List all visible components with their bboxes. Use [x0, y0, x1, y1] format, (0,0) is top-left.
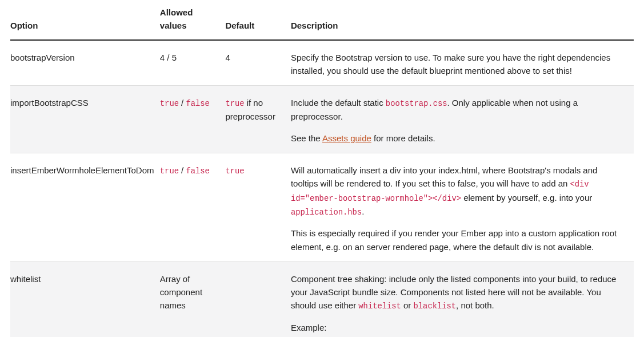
cell-allowed: true / false: [160, 86, 226, 153]
desc-paragraph: Will automatically insert a div into you…: [291, 164, 626, 219]
assets-guide-link[interactable]: Assets guide: [322, 133, 371, 143]
cell-default: 4: [225, 40, 291, 86]
col-option: Option: [10, 0, 160, 40]
code-value: false: [186, 100, 209, 108]
cell-option: insertEmberWormholeElementToDom: [10, 153, 160, 261]
table-header-row: Option Allowed values Default Descriptio…: [10, 0, 634, 40]
cell-default: [225, 261, 291, 337]
desc-paragraph: Component tree shaking: include only the…: [291, 272, 626, 313]
desc-paragraph: Specify the Bootstrap version to use. To…: [291, 51, 626, 78]
table-row: insertEmberWormholeElementToDomtrue / fa…: [10, 153, 634, 261]
cell-description: Specify the Bootstrap version to use. To…: [291, 40, 634, 86]
code-value: false: [186, 167, 209, 176]
desc-paragraph: See the Assets guide for more details.: [291, 132, 626, 145]
code-value: <div id="ember-bootstrap-wormhole"></div…: [291, 180, 589, 203]
code-value: bootstrap.css: [386, 100, 447, 108]
cell-default: true: [225, 153, 291, 261]
table-row: importBootstrapCSStrue / falsetrue if no…: [10, 86, 634, 153]
code-value: true: [160, 100, 179, 108]
cell-option: importBootstrapCSS: [10, 86, 160, 153]
cell-default: true if no preprocessor: [225, 86, 291, 153]
code-value: whitelist: [358, 302, 401, 311]
options-table: Option Allowed values Default Descriptio…: [10, 0, 634, 337]
cell-allowed: Array of component names: [160, 261, 226, 337]
code-value: true: [225, 167, 244, 176]
cell-option: bootstrapVersion: [10, 40, 160, 86]
col-description: Description: [291, 0, 634, 40]
desc-paragraph: This is especially required if you rende…: [291, 227, 626, 253]
code-value: true: [160, 167, 179, 176]
table-row: bootstrapVersion4 / 54Specify the Bootst…: [10, 40, 634, 86]
code-value: true: [225, 100, 244, 108]
cell-description: Include the default static bootstrap.css…: [291, 86, 634, 153]
desc-paragraph: Include the default static bootstrap.css…: [291, 96, 626, 124]
cell-description: Will automatically insert a div into you…: [291, 153, 634, 261]
code-value: blacklist: [414, 302, 457, 311]
cell-option: whitelist: [10, 261, 160, 337]
desc-paragraph: Example:: [291, 321, 626, 334]
cell-allowed: true / false: [160, 153, 226, 261]
cell-description: Component tree shaking: include only the…: [291, 261, 634, 337]
cell-allowed: 4 / 5: [160, 40, 226, 86]
code-value: application.hbs: [291, 208, 362, 217]
table-row: whitelistArray of component namesCompone…: [10, 261, 634, 337]
col-default: Default: [225, 0, 291, 40]
col-allowed: Allowed values: [160, 0, 226, 40]
